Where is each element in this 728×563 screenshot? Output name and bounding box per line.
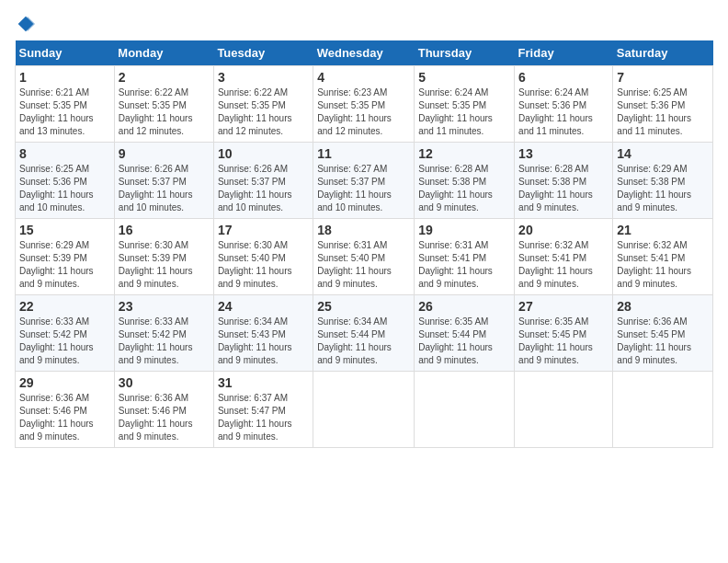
day-info: Sunrise: 6:36 AMSunset: 5:45 PMDaylight:… (617, 316, 709, 367)
day-number: 25 (317, 299, 410, 314)
calendar-header-tuesday: Tuesday (213, 40, 313, 66)
calendar-cell: 23 Sunrise: 6:33 AMSunset: 5:42 PMDaylig… (114, 295, 213, 372)
calendar-cell: 12 Sunrise: 6:28 AMSunset: 5:38 PMDaylig… (415, 143, 515, 219)
day-info: Sunrise: 6:30 AMSunset: 5:40 PMDaylight:… (218, 239, 309, 291)
calendar-week-row: 1 Sunrise: 6:21 AMSunset: 5:35 PMDayligh… (16, 66, 713, 143)
calendar-week-row: 22 Sunrise: 6:33 AMSunset: 5:42 PMDaylig… (16, 295, 713, 372)
calendar-cell (613, 372, 713, 448)
calendar-cell: 7 Sunrise: 6:25 AMSunset: 5:36 PMDayligh… (613, 66, 713, 143)
calendar-cell: 10 Sunrise: 6:26 AMSunset: 5:37 PMDaylig… (213, 143, 313, 219)
day-info: Sunrise: 6:22 AMSunset: 5:35 PMDaylight:… (218, 86, 309, 138)
calendar-header-thursday: Thursday (415, 40, 515, 66)
day-number: 27 (518, 299, 609, 314)
day-number: 8 (19, 146, 110, 161)
calendar-cell: 27 Sunrise: 6:35 AMSunset: 5:45 PMDaylig… (515, 295, 613, 372)
day-info: Sunrise: 6:33 AMSunset: 5:42 PMDaylight:… (119, 316, 210, 367)
day-info: Sunrise: 6:28 AMSunset: 5:38 PMDaylight:… (518, 163, 609, 214)
calendar-cell: 26 Sunrise: 6:35 AMSunset: 5:44 PMDaylig… (415, 295, 515, 372)
day-info: Sunrise: 6:31 AMSunset: 5:41 PMDaylight:… (418, 239, 510, 291)
day-number: 13 (518, 146, 609, 161)
day-info: Sunrise: 6:29 AMSunset: 5:39 PMDaylight:… (19, 239, 110, 291)
calendar-cell: 2 Sunrise: 6:22 AMSunset: 5:35 PMDayligh… (114, 66, 213, 143)
calendar-week-row: 29 Sunrise: 6:36 AMSunset: 5:46 PMDaylig… (16, 372, 713, 448)
calendar-header-sunday: Sunday (16, 40, 115, 66)
calendar-body: 1 Sunrise: 6:21 AMSunset: 5:35 PMDayligh… (16, 66, 713, 448)
day-number: 19 (418, 223, 510, 237)
day-number: 5 (418, 70, 510, 85)
day-number: 18 (317, 223, 410, 237)
calendar-cell: 1 Sunrise: 6:21 AMSunset: 5:35 PMDayligh… (16, 66, 115, 143)
day-info: Sunrise: 6:22 AMSunset: 5:35 PMDaylight:… (119, 86, 210, 138)
calendar-cell: 3 Sunrise: 6:22 AMSunset: 5:35 PMDayligh… (213, 66, 313, 143)
calendar-cell: 9 Sunrise: 6:26 AMSunset: 5:37 PMDayligh… (114, 143, 213, 219)
day-number: 4 (317, 70, 410, 85)
page-header (15, 15, 713, 33)
day-info: Sunrise: 6:25 AMSunset: 5:36 PMDaylight:… (617, 86, 709, 138)
day-number: 1 (19, 70, 110, 85)
calendar-cell: 24 Sunrise: 6:34 AMSunset: 5:43 PMDaylig… (213, 295, 313, 372)
day-number: 3 (218, 70, 309, 85)
day-number: 11 (317, 146, 410, 161)
day-info: Sunrise: 6:37 AMSunset: 5:47 PMDaylight:… (218, 392, 309, 443)
day-info: Sunrise: 6:33 AMSunset: 5:42 PMDaylight:… (19, 316, 110, 367)
calendar-cell: 28 Sunrise: 6:36 AMSunset: 5:45 PMDaylig… (613, 295, 713, 372)
day-number: 16 (119, 223, 210, 237)
day-number: 28 (617, 299, 709, 314)
day-number: 10 (218, 146, 309, 161)
calendar-cell: 16 Sunrise: 6:30 AMSunset: 5:39 PMDaylig… (114, 219, 213, 295)
day-info: Sunrise: 6:25 AMSunset: 5:36 PMDaylight:… (19, 163, 110, 214)
day-info: Sunrise: 6:35 AMSunset: 5:45 PMDaylight:… (518, 316, 609, 367)
day-number: 14 (617, 146, 709, 161)
day-number: 7 (617, 70, 709, 85)
day-number: 26 (418, 299, 510, 314)
day-info: Sunrise: 6:23 AMSunset: 5:35 PMDaylight:… (317, 86, 410, 138)
day-number: 17 (218, 223, 309, 237)
calendar-cell (515, 372, 613, 448)
day-number: 21 (617, 223, 709, 237)
calendar-cell: 5 Sunrise: 6:24 AMSunset: 5:35 PMDayligh… (415, 66, 515, 143)
day-info: Sunrise: 6:34 AMSunset: 5:44 PMDaylight:… (317, 316, 410, 367)
day-info: Sunrise: 6:36 AMSunset: 5:46 PMDaylight:… (119, 392, 210, 443)
calendar-table: SundayMondayTuesdayWednesdayThursdayFrid… (15, 40, 713, 448)
calendar-week-row: 8 Sunrise: 6:25 AMSunset: 5:36 PMDayligh… (16, 143, 713, 219)
day-number: 22 (19, 299, 110, 314)
calendar-cell: 17 Sunrise: 6:30 AMSunset: 5:40 PMDaylig… (213, 219, 313, 295)
day-number: 15 (19, 223, 110, 237)
calendar-cell: 31 Sunrise: 6:37 AMSunset: 5:47 PMDaylig… (213, 372, 313, 448)
day-number: 12 (418, 146, 510, 161)
calendar-cell: 18 Sunrise: 6:31 AMSunset: 5:40 PMDaylig… (313, 219, 415, 295)
day-info: Sunrise: 6:27 AMSunset: 5:37 PMDaylight:… (317, 163, 410, 214)
calendar-header-saturday: Saturday (613, 40, 713, 66)
calendar-cell: 30 Sunrise: 6:36 AMSunset: 5:46 PMDaylig… (114, 372, 213, 448)
svg-marker-1 (28, 17, 35, 32)
day-info: Sunrise: 6:35 AMSunset: 5:44 PMDaylight:… (418, 316, 510, 367)
day-info: Sunrise: 6:21 AMSunset: 5:35 PMDaylight:… (19, 86, 110, 138)
calendar-cell: 22 Sunrise: 6:33 AMSunset: 5:42 PMDaylig… (16, 295, 115, 372)
day-number: 31 (218, 375, 309, 390)
calendar-cell: 21 Sunrise: 6:32 AMSunset: 5:41 PMDaylig… (613, 219, 713, 295)
logo (15, 15, 35, 33)
calendar-cell (415, 372, 515, 448)
day-info: Sunrise: 6:29 AMSunset: 5:38 PMDaylight:… (617, 163, 709, 214)
day-info: Sunrise: 6:31 AMSunset: 5:40 PMDaylight:… (317, 239, 410, 291)
calendar-header-row: SundayMondayTuesdayWednesdayThursdayFrid… (16, 40, 713, 66)
calendar-cell: 29 Sunrise: 6:36 AMSunset: 5:46 PMDaylig… (16, 372, 115, 448)
calendar-cell (313, 372, 415, 448)
day-info: Sunrise: 6:24 AMSunset: 5:36 PMDaylight:… (518, 86, 609, 138)
day-number: 9 (119, 146, 210, 161)
day-info: Sunrise: 6:32 AMSunset: 5:41 PMDaylight:… (518, 239, 609, 291)
day-number: 20 (518, 223, 609, 237)
calendar-cell: 11 Sunrise: 6:27 AMSunset: 5:37 PMDaylig… (313, 143, 415, 219)
logo-icon (17, 15, 35, 33)
calendar-week-row: 15 Sunrise: 6:29 AMSunset: 5:39 PMDaylig… (16, 219, 713, 295)
calendar-header-wednesday: Wednesday (313, 40, 415, 66)
calendar-cell: 20 Sunrise: 6:32 AMSunset: 5:41 PMDaylig… (515, 219, 613, 295)
calendar-cell: 8 Sunrise: 6:25 AMSunset: 5:36 PMDayligh… (16, 143, 115, 219)
day-number: 6 (518, 70, 609, 85)
calendar-cell: 13 Sunrise: 6:28 AMSunset: 5:38 PMDaylig… (515, 143, 613, 219)
day-info: Sunrise: 6:26 AMSunset: 5:37 PMDaylight:… (218, 163, 309, 214)
calendar-cell: 15 Sunrise: 6:29 AMSunset: 5:39 PMDaylig… (16, 219, 115, 295)
calendar-cell: 14 Sunrise: 6:29 AMSunset: 5:38 PMDaylig… (613, 143, 713, 219)
calendar-header-monday: Monday (114, 40, 213, 66)
calendar-cell: 19 Sunrise: 6:31 AMSunset: 5:41 PMDaylig… (415, 219, 515, 295)
